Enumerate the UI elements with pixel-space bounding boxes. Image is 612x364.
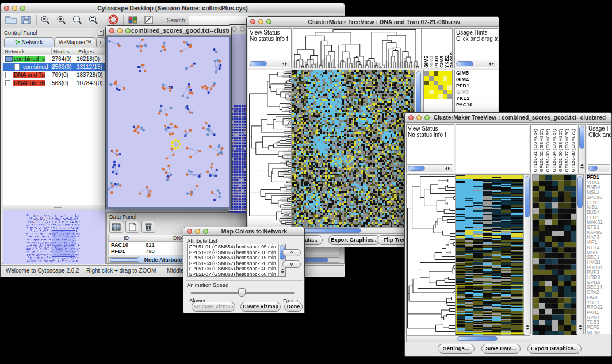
animate-vizmap-button[interactable]: Animate Vizmap <box>192 302 235 312</box>
zoom-in-button[interactable] <box>55 14 69 26</box>
scrollbar-thumb[interactable] <box>250 61 267 66</box>
row-dendrogram-canvas[interactable] <box>406 174 456 335</box>
scroll-left-icon[interactable] <box>443 167 447 170</box>
slider-thumb[interactable] <box>238 288 246 297</box>
row-label[interactable]: PAC10 <box>455 102 498 108</box>
row-label[interactable]: PFD1 <box>455 83 498 89</box>
network-row[interactable]: combined_scores2764(0)16218(0) <box>3 55 105 63</box>
column-label[interactable]: GPL51-01 (GSM854) <box>533 129 538 173</box>
dialog-titlebar[interactable]: Map Colors to Network <box>183 227 304 236</box>
move-up-button[interactable]: ^ <box>282 249 301 256</box>
tab-overflow-button[interactable] <box>96 37 105 47</box>
zoom-window-icon[interactable] <box>266 19 271 24</box>
scroll-up-icon[interactable] <box>580 162 584 166</box>
move-down-button[interactable]: v <box>282 260 301 268</box>
column-label[interactable]: GPL51-04 (GSM857) <box>552 129 557 173</box>
scroll-down-icon[interactable] <box>281 271 284 275</box>
heatmap-canvas[interactable] <box>292 70 415 227</box>
scrollbar-thumb[interactable] <box>579 126 584 149</box>
hscrollbar[interactable] <box>407 164 453 172</box>
zoom-heatmap-canvas[interactable] <box>532 174 577 335</box>
column-label[interactable]: GPL51-02 (GSM855) <box>539 129 545 173</box>
tab-vizmapper[interactable]: VizMapper™ <box>54 37 95 47</box>
hscrollbar[interactable] <box>456 60 497 67</box>
hscrollbar[interactable] <box>588 164 610 172</box>
network-row[interactable]: RNAPuberNov2+563(0)107847(0) <box>3 79 105 87</box>
annotation-button[interactable] <box>143 14 156 26</box>
panel-splitter[interactable] <box>3 205 105 210</box>
scroll-left-icon[interactable] <box>281 62 284 66</box>
zoom-window-icon[interactable] <box>424 115 430 120</box>
export-graphics-button[interactable]: Export Graphics... <box>527 344 582 354</box>
treeview2-titlebar[interactable]: ClusterMaker TreeView : combined_scores_… <box>405 113 611 123</box>
column-label[interactable]: GPL51-07 (GSM868) <box>564 129 570 173</box>
row-label[interactable]: GIM4 <box>455 76 498 83</box>
close-icon[interactable] <box>187 229 192 234</box>
labels-vscrollbar[interactable] <box>578 124 586 173</box>
column-id[interactable]: ID <box>109 235 144 241</box>
save-session-button[interactable] <box>20 14 34 26</box>
scrollbar-thumb[interactable] <box>525 176 530 217</box>
column-dendrogram-canvas[interactable] <box>293 28 422 68</box>
column-label[interactable]: GIM4 <box>429 56 434 68</box>
minimize-icon[interactable] <box>195 229 200 234</box>
column-label[interactable]: PFD1 <box>434 55 439 68</box>
column-label[interactable]: YKE2 <box>445 55 449 68</box>
float-panel-icon[interactable] <box>98 30 104 36</box>
column-network[interactable]: Network <box>3 48 52 55</box>
tab-network[interactable]: Network <box>4 37 53 47</box>
zoom-vscrollbar[interactable] <box>576 174 584 334</box>
minimize-icon[interactable] <box>258 19 263 24</box>
network-overview[interactable] <box>3 210 105 264</box>
scroll-down-icon[interactable] <box>579 328 582 332</box>
treeview1-titlebar[interactable]: ClusterMaker TreeView : DNA and Tran 07-… <box>247 17 499 27</box>
column-nodes[interactable]: Nodes <box>52 48 76 55</box>
scrollbar-thumb[interactable] <box>577 176 583 208</box>
row-label[interactable]: GIM5 <box>455 70 498 76</box>
close-icon[interactable] <box>408 115 414 120</box>
column-edges[interactable]: Edges <box>76 48 106 55</box>
export-graphics-button[interactable]: Export Graphics... <box>328 235 380 245</box>
row-label[interactable]: YKE2 <box>455 95 498 102</box>
close-icon[interactable] <box>232 26 237 32</box>
zoom-selected-button[interactable] <box>87 14 101 26</box>
attribute-item[interactable]: GPL51-07 (GSM868) heat shock 60 min <box>188 272 285 277</box>
scroll-right-icon[interactable] <box>492 62 495 66</box>
gene-label[interactable]: MON2 <box>586 330 611 334</box>
scroll-down-icon[interactable] <box>526 328 529 332</box>
create-attribute-button[interactable] <box>125 221 139 233</box>
overview-canvas[interactable] <box>3 210 105 264</box>
network-row[interactable]: DNA and Tran 07769(0)183728(0) <box>3 71 105 79</box>
done-button[interactable]: Done <box>284 302 303 312</box>
heatmap-vscrollbar[interactable] <box>523 174 531 334</box>
plugin-manager-button[interactable] <box>127 14 140 26</box>
column-dendrogram-panel[interactable] <box>456 124 529 173</box>
heatmap-canvas[interactable] <box>456 174 525 335</box>
scroll-up-icon[interactable] <box>526 323 529 327</box>
scroll-right-icon[interactable] <box>448 167 452 170</box>
delete-attribute-button[interactable] <box>141 221 155 233</box>
row-label[interactable]: GIM3 <box>455 89 498 95</box>
row-dendrogram-canvas[interactable] <box>248 70 292 227</box>
column-label[interactable]: GPL51-03 (GSM856) <box>545 129 551 173</box>
open-session-button[interactable] <box>5 14 18 26</box>
column-label[interactable]: PAC10 <box>450 52 453 68</box>
zoom-window-icon[interactable] <box>125 28 131 33</box>
scroll-left-icon[interactable] <box>487 62 491 66</box>
network-canvas[interactable] <box>108 37 230 207</box>
scrollbar-thumb[interactable] <box>456 61 473 66</box>
column-label[interactable]: GIM5 <box>424 56 429 68</box>
scrollbar-thumb[interactable] <box>588 166 598 171</box>
scroll-up-icon[interactable] <box>579 323 582 327</box>
main-titlebar[interactable]: Cytoscape Desktop (Session Name: collins… <box>1 3 345 13</box>
save-data-button[interactable]: Save Data... <box>481 344 521 354</box>
network-view-titlebar[interactable]: combined_scores_good.txt--cluste... <box>106 26 231 36</box>
close-icon[interactable] <box>109 28 114 33</box>
column-label[interactable]: GPL51-08 (GSM872) <box>571 129 576 173</box>
scroll-down-icon[interactable] <box>580 167 584 171</box>
minimize-icon[interactable] <box>416 115 422 120</box>
settings-button[interactable]: Settings... <box>438 344 475 354</box>
column-label[interactable]: GIM3 <box>439 56 444 68</box>
scroll-right-icon[interactable] <box>285 62 289 66</box>
create-vizmap-button[interactable]: Create Vizmap <box>240 302 281 312</box>
